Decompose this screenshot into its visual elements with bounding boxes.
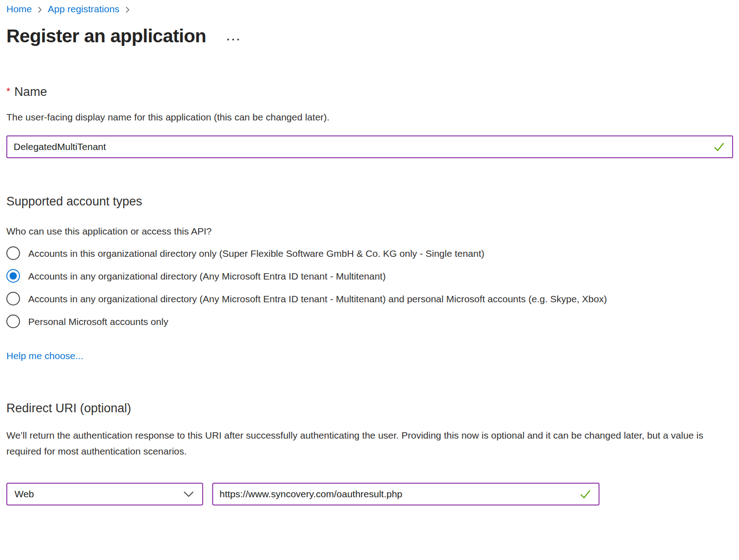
- radio-label: Personal Microsoft accounts only: [28, 314, 168, 330]
- platform-select-value: Web: [15, 489, 34, 500]
- name-label-text: Name: [15, 85, 47, 99]
- radio-button[interactable]: [6, 315, 20, 328]
- redirect-uri-input[interactable]: [220, 489, 574, 500]
- radio-button[interactable]: [6, 269, 20, 283]
- breadcrumb: Home App registrations: [6, 3, 733, 15]
- breadcrumb-link-home[interactable]: Home: [6, 4, 32, 15]
- name-description: The user-facing display name for this ap…: [6, 112, 733, 123]
- required-asterisk: *: [6, 85, 10, 97]
- radio-label: Accounts in any organizational directory…: [28, 269, 386, 284]
- account-type-option-multitenant-personal[interactable]: Accounts in any organizational directory…: [6, 288, 733, 310]
- radio-label: Accounts in this organizational director…: [28, 246, 484, 261]
- breadcrumb-link-app-registrations[interactable]: App registrations: [48, 4, 120, 15]
- platform-select[interactable]: Web: [6, 483, 203, 505]
- radio-button[interactable]: [6, 292, 20, 305]
- redirect-uri-input-field: [212, 483, 599, 505]
- account-types-radio-group: Accounts in this organizational director…: [6, 242, 733, 333]
- valid-checkmark-icon: [713, 141, 725, 152]
- help-me-choose-link[interactable]: Help me choose...: [6, 350, 83, 361]
- account-type-option-multitenant[interactable]: Accounts in any organizational directory…: [6, 265, 733, 288]
- chevron-right-icon: [125, 6, 130, 14]
- register-application-page: Home App registrations Register an appli…: [0, 0, 739, 560]
- valid-checkmark-icon: [579, 489, 591, 500]
- chevron-down-icon: [183, 491, 194, 497]
- more-options-icon[interactable]: [227, 39, 239, 40]
- radio-button[interactable]: [6, 246, 20, 260]
- account-types-question: Who can use this application or access t…: [6, 226, 733, 237]
- supported-account-types-heading: Supported account types: [6, 195, 733, 209]
- account-type-option-single-tenant[interactable]: Accounts in this organizational director…: [6, 242, 733, 265]
- redirect-uri-controls: Web: [6, 483, 733, 505]
- radio-label: Accounts in any organizational directory…: [28, 291, 607, 307]
- redirect-uri-heading: Redirect URI (optional): [6, 401, 733, 415]
- name-field-label: * Name: [6, 85, 733, 99]
- chevron-right-icon: [37, 6, 42, 14]
- account-type-option-personal-only[interactable]: Personal Microsoft accounts only: [6, 310, 733, 333]
- page-title: Register an application: [6, 25, 206, 47]
- name-input[interactable]: [14, 141, 708, 152]
- redirect-uri-description: We’ll return the authentication response…: [6, 427, 706, 459]
- title-row: Register an application: [6, 25, 733, 47]
- name-input-field: [6, 135, 733, 158]
